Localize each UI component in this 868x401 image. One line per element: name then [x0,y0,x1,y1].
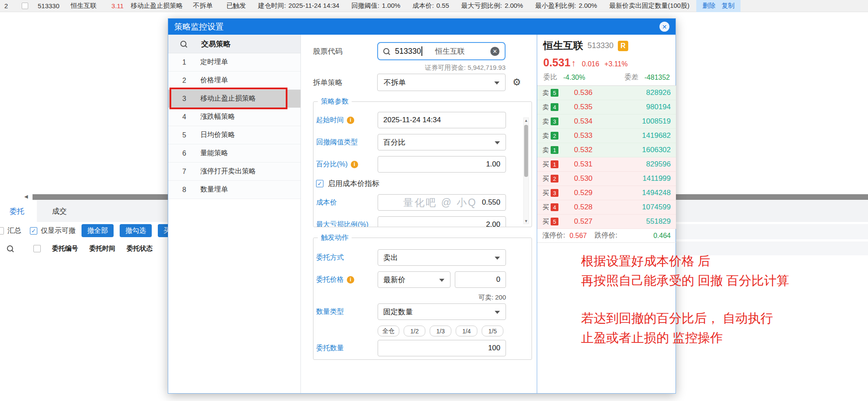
scroll-thumb[interactable] [524,125,528,177]
row-sell-rule: 最新价卖出固定数量(100股) [609,2,689,10]
cancellable-only-label: 仅显示可撤 [41,226,75,235]
order-price-type-select[interactable]: 最新价 [378,271,450,288]
strategy-item-qty-order[interactable]: 8数量埋单 [168,181,300,199]
percent-input[interactable]: 1.00 [378,156,506,173]
cancellable-only-checkbox[interactable]: ✓ [30,227,37,235]
col-order-status: 委托状态 [127,245,153,253]
row-min-profit: 最小盈利比例:2.00% [535,2,597,10]
app-root: 2 513330 恒生互联 3.11 移动止盈止损策略 不拆单 已触发 建仓时间… [0,0,868,401]
order-side-select[interactable]: 卖出 [378,249,506,266]
available-funds: 证券可用资金: 5,942,719.93 [313,64,506,72]
fraction-fifth-button[interactable]: 1/5 [482,326,503,336]
weicha-value: -481352 [644,74,670,82]
strategy-item-change-pct[interactable]: 4涨跌幅策略 [168,108,300,126]
fraction-half-button[interactable]: 1/2 [404,326,425,336]
strategy-item-limit-open-sell[interactable]: 7涨停打开卖出策略 [168,163,300,181]
ask-row-1[interactable]: 卖10.5321606302 [537,143,676,157]
trigger-action-group: 触发动作 委托方式 卖出 委托价格i 最新价 0 可卖: 200 数量类型 固定… [313,233,532,360]
summary-checkbox[interactable] [0,227,4,235]
row-score: 3.11 [111,2,124,10]
qty-type-select[interactable]: 固定数量 [378,303,506,320]
ask-row-3[interactable]: 卖30.5341008519 [537,114,676,129]
search-icon[interactable] [7,245,13,252]
split-strategy-select[interactable]: 不拆单 [377,74,506,91]
params-scrollbar[interactable]: ▲ ▼ [523,117,529,224]
strategy-item-timed-order[interactable]: 1定时埋单 [168,53,300,72]
tab-orders[interactable]: 委托 [10,206,24,216]
close-icon[interactable]: ✕ [659,22,669,32]
row-open-time: 建仓时间:2025-11-24 14:34 [258,2,339,10]
search-icon [383,48,390,55]
search-icon[interactable] [180,41,187,47]
copy-link[interactable]: 复制 [721,2,734,10]
start-time-label: 起始时间i [316,116,378,125]
strategy-item-volume[interactable]: 6量能策略 [168,144,300,163]
annotation-text-2: 若达到回撤的百分比后， 自动执行 止盈或者止损的 监控操作 [581,309,773,348]
limit-price-row: 涨停价: 0.567 跌停价: 0.464 [537,229,676,243]
cost-price-label: 成本价 [316,198,378,207]
stock-code-input[interactable]: 513330 恒生互联 ✕ [377,42,506,60]
start-time-input[interactable]: 2025-11-24 14:34 [378,112,506,128]
sellable-quantity: 可卖: 200 [316,293,506,302]
bid-row-3[interactable]: 买30.5291494248 [537,186,676,200]
price-change-pct: +3.11% [604,60,628,68]
qty-type-label: 数量类型 [316,307,378,316]
text-cursor [421,46,422,56]
scroll-down-icon[interactable]: ▼ [524,219,529,223]
strategy-item-avg-price[interactable]: 5日均价策略 [168,126,300,144]
row-drawdown-threshold: 回撤阈值:1.00% [352,2,401,10]
weicha-label: 委差 [624,73,638,82]
limit-up-value: 0.567 [569,232,587,240]
max-loss-input[interactable]: 2.00 [378,216,506,227]
cancel-checked-button[interactable]: 撤勾选 [120,224,152,237]
row-stock-name: 恒生互联 [71,2,97,10]
fraction-quarter-button[interactable]: 1/4 [456,326,477,336]
threshold-type-select[interactable]: 百分比 [378,134,506,150]
hscroll-left-arrow-icon[interactable]: ◀ [24,194,28,199]
percent-label: 百分比(%)i [316,160,378,169]
stock-code-label: 股票代码 [313,46,377,56]
info-icon[interactable]: i [351,161,358,168]
ask-row-2[interactable]: 卖20.5331419682 [537,129,676,143]
fraction-buttons: 全仓 1/2 1/3 1/4 1/5 [378,326,532,336]
strategy-form-panel: 股票代码 513330 恒生互联 ✕ 证券可用资金: 5,942,719.93 … [301,35,537,393]
bid-row-1[interactable]: 买10.531829596 [537,157,676,172]
quote-stock-name: 恒生互联 [543,39,583,52]
fraction-third-button[interactable]: 1/3 [430,326,451,336]
info-icon[interactable]: i [347,276,354,284]
watermark: 量化吧 @ 小Q [403,196,477,209]
delete-link[interactable]: 删除 [702,2,715,10]
strategy-item-price-order[interactable]: 2价格埋单 [168,72,300,90]
tab-trades[interactable]: 成交 [52,206,67,216]
scroll-up-icon[interactable]: ▲ [524,118,529,123]
row-max-loss: 最大亏损比例:2.00% [461,2,523,10]
row-checkbox[interactable] [22,3,28,9]
summary-label: 汇总 [7,226,21,235]
weibi-label: 委比 [543,73,557,82]
stock-code-value: 513330 [395,47,421,56]
r-badge: R [618,41,628,51]
last-price: 0.531 [543,56,571,69]
bid-row-5[interactable]: 买50.527551829 [537,215,676,229]
strategy-list-header: 交易策略 [168,35,300,53]
bid-row-4[interactable]: 买40.5281074599 [537,200,676,215]
limit-down-value: 0.464 [653,232,671,240]
dialog-titlebar[interactable]: 策略监控设置 ✕ [168,19,675,35]
bid-row-2[interactable]: 买20.5301411999 [537,172,676,186]
strategy-row-bar: 2 513330 恒生互联 3.11 移动止盈止损策略 不拆单 已触发 建仓时间… [0,0,868,12]
dialog-title: 策略监控设置 [174,21,224,33]
ask-row-4[interactable]: 卖40.535980194 [537,100,676,114]
order-price-input[interactable]: 0 [455,271,506,288]
order-qty-label: 委托数量 [316,344,378,353]
enable-cost-checkbox[interactable]: ✓ [316,180,323,187]
clear-icon[interactable]: ✕ [490,47,499,56]
select-all-checkbox[interactable] [33,245,41,252]
gear-icon[interactable]: ⚙ [512,78,521,87]
ask-row-5[interactable]: 卖50.536828926 [537,86,676,100]
fraction-all-button[interactable]: 全仓 [378,326,399,336]
info-icon[interactable]: i [347,117,354,124]
col-order-id: 委托编号 [52,245,78,253]
order-qty-input[interactable]: 100 [378,340,506,356]
row-status: 已触发 [226,2,246,10]
cancel-all-button[interactable]: 撤全部 [82,224,114,237]
